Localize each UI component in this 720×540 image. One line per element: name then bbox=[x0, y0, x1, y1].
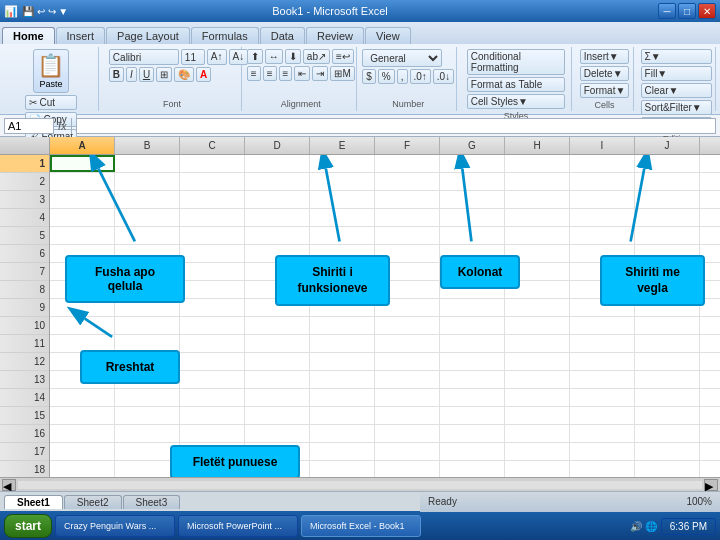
row-num-14[interactable]: 14 bbox=[0, 389, 49, 407]
grid-cell[interactable] bbox=[635, 227, 700, 244]
grid-cell[interactable] bbox=[505, 335, 570, 352]
increase-indent-button[interactable]: ⇥ bbox=[312, 66, 328, 81]
grid-cell[interactable] bbox=[700, 407, 720, 424]
grid-cell[interactable] bbox=[310, 425, 375, 442]
grid-cell[interactable] bbox=[50, 443, 115, 460]
underline-button[interactable]: U bbox=[139, 67, 154, 82]
col-header-B[interactable]: B bbox=[115, 137, 180, 154]
close-button[interactable]: ✕ bbox=[698, 3, 716, 19]
grid-cell[interactable] bbox=[700, 317, 720, 334]
row-num-13[interactable]: 13 bbox=[0, 371, 49, 389]
col-header-H[interactable]: H bbox=[505, 137, 570, 154]
grid-cell[interactable] bbox=[635, 389, 700, 406]
percent-button[interactable]: % bbox=[378, 69, 395, 84]
grid-cell[interactable] bbox=[50, 317, 115, 334]
grid-cell[interactable] bbox=[570, 407, 635, 424]
grid-cell[interactable] bbox=[245, 389, 310, 406]
grid-cell[interactable] bbox=[440, 353, 505, 370]
grid-cell[interactable] bbox=[180, 245, 245, 262]
increase-decimal-button[interactable]: .0↑ bbox=[410, 69, 431, 84]
grid-cell[interactable] bbox=[310, 227, 375, 244]
grid-cell[interactable] bbox=[375, 317, 440, 334]
grid-cell[interactable] bbox=[635, 317, 700, 334]
align-middle-button[interactable]: ↔ bbox=[265, 49, 283, 64]
scroll-track[interactable] bbox=[18, 481, 702, 489]
grid-cell[interactable] bbox=[700, 461, 720, 477]
window-controls[interactable]: ─ □ ✕ bbox=[658, 3, 716, 19]
grid-cell[interactable] bbox=[375, 227, 440, 244]
row-num-5[interactable]: 5 bbox=[0, 227, 49, 245]
grid-cell[interactable] bbox=[570, 461, 635, 477]
grid-cell[interactable] bbox=[115, 173, 180, 190]
grid-cell[interactable] bbox=[440, 407, 505, 424]
row-num-15[interactable]: 15 bbox=[0, 407, 49, 425]
merge-button[interactable]: ⊞M bbox=[330, 66, 354, 81]
grid-cell[interactable] bbox=[310, 155, 375, 172]
cell-styles-button[interactable]: Cell Styles▼ bbox=[467, 94, 565, 109]
grid-cell[interactable] bbox=[115, 407, 180, 424]
formula-input[interactable] bbox=[76, 118, 716, 134]
tab-review[interactable]: Review bbox=[306, 27, 364, 44]
format-as-table-button[interactable]: Format as Table bbox=[467, 77, 565, 92]
col-header-G[interactable]: G bbox=[440, 137, 505, 154]
grid-cell[interactable] bbox=[115, 155, 180, 172]
grid-area[interactable]: const g = document.getElementById('grid-… bbox=[50, 155, 720, 477]
wrap-text-button[interactable]: ≡↩ bbox=[332, 49, 354, 64]
tab-insert[interactable]: Insert bbox=[56, 27, 106, 44]
grid-cell[interactable] bbox=[310, 389, 375, 406]
taskbar-item-2[interactable]: Microsoft Excel - Book1 bbox=[301, 515, 421, 537]
grid-cell[interactable] bbox=[245, 209, 310, 226]
grid-cell[interactable] bbox=[505, 209, 570, 226]
grid-cell[interactable] bbox=[115, 389, 180, 406]
grid-cell[interactable] bbox=[635, 461, 700, 477]
grid-cell[interactable] bbox=[50, 155, 115, 172]
font-name-input[interactable] bbox=[109, 49, 179, 65]
grid-cell[interactable] bbox=[635, 209, 700, 226]
grid-cell[interactable] bbox=[700, 173, 720, 190]
grid-cell[interactable] bbox=[310, 371, 375, 388]
grid-cell[interactable] bbox=[505, 191, 570, 208]
col-header-K[interactable]: K bbox=[700, 137, 720, 154]
number-format-select[interactable]: GeneralNumberCurrency bbox=[362, 49, 442, 67]
grid-cell[interactable] bbox=[700, 443, 720, 460]
grid-cell[interactable] bbox=[310, 407, 375, 424]
grid-cell[interactable] bbox=[570, 353, 635, 370]
col-header-F[interactable]: F bbox=[375, 137, 440, 154]
grid-cell[interactable] bbox=[570, 191, 635, 208]
grid-cell[interactable] bbox=[570, 155, 635, 172]
grid-cell[interactable] bbox=[180, 173, 245, 190]
grid-cell[interactable] bbox=[375, 461, 440, 477]
row-num-16[interactable]: 16 bbox=[0, 425, 49, 443]
grid-cell[interactable] bbox=[180, 209, 245, 226]
align-bottom-button[interactable]: ⬇ bbox=[285, 49, 301, 64]
grid-cell[interactable] bbox=[505, 227, 570, 244]
grid-cell[interactable] bbox=[50, 407, 115, 424]
decrease-decimal-button[interactable]: .0↓ bbox=[433, 69, 454, 84]
grid-cell[interactable] bbox=[245, 191, 310, 208]
grid-cell[interactable] bbox=[180, 407, 245, 424]
grid-cell[interactable] bbox=[245, 317, 310, 334]
col-header-E[interactable]: E bbox=[310, 137, 375, 154]
grid-cell[interactable] bbox=[440, 425, 505, 442]
grid-cell[interactable] bbox=[180, 227, 245, 244]
col-header-I[interactable]: I bbox=[570, 137, 635, 154]
row-num-18[interactable]: 18 bbox=[0, 461, 49, 477]
font-size-input[interactable] bbox=[181, 49, 205, 65]
grid-cell[interactable] bbox=[635, 353, 700, 370]
align-right-button[interactable]: ≡ bbox=[279, 66, 293, 81]
grid-cell[interactable] bbox=[180, 155, 245, 172]
conditional-format-button[interactable]: Conditional Formatting bbox=[467, 49, 565, 75]
cut-button[interactable]: ✂ Cut bbox=[25, 95, 77, 110]
grid-cell[interactable] bbox=[180, 317, 245, 334]
grid-cell[interactable] bbox=[180, 191, 245, 208]
grid-cell[interactable] bbox=[310, 335, 375, 352]
grid-cell[interactable] bbox=[50, 425, 115, 442]
grid-cell[interactable] bbox=[115, 209, 180, 226]
grid-cell[interactable] bbox=[245, 353, 310, 370]
grid-cell[interactable] bbox=[375, 335, 440, 352]
sheet-tab-1[interactable]: Sheet1 bbox=[4, 495, 63, 509]
grid-cell[interactable] bbox=[570, 317, 635, 334]
bold-button[interactable]: B bbox=[109, 67, 124, 82]
start-button[interactable]: start bbox=[4, 514, 52, 538]
row-num-4[interactable]: 4 bbox=[0, 209, 49, 227]
